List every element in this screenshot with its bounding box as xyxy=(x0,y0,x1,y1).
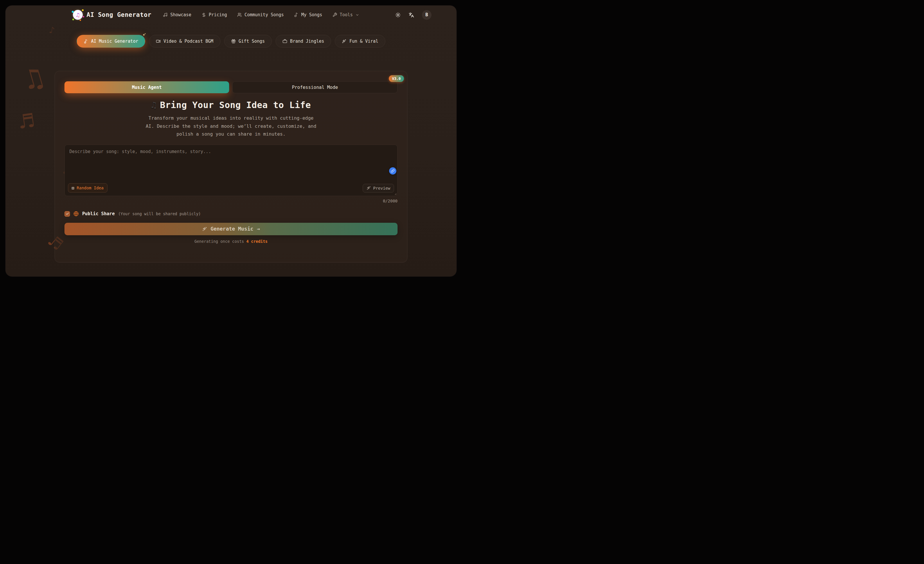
tab-label: Brand Jingles xyxy=(290,39,324,44)
checkmark-icon xyxy=(66,212,69,216)
tab-label: Video & Podcast BGM xyxy=(164,39,213,44)
languages-icon xyxy=(409,12,414,18)
briefcase-icon xyxy=(282,39,287,44)
sparkle-icon xyxy=(142,33,146,37)
tab-ai-music-generator[interactable]: AI Music Generator xyxy=(76,35,145,48)
preview-button[interactable]: Preview xyxy=(363,184,394,192)
nav-item-tools[interactable]: Tools xyxy=(333,12,359,17)
nav-item-pricing[interactable]: Pricing xyxy=(201,12,227,17)
nav-label: Community Songs xyxy=(244,12,284,17)
header-actions: B xyxy=(395,10,432,20)
theme-toggle-button[interactable] xyxy=(395,12,401,18)
brand[interactable]: ♫ AI Song Generator xyxy=(73,10,151,20)
generate-music-button[interactable]: Generate Music → xyxy=(64,223,398,235)
nav-label: My Songs xyxy=(301,12,322,17)
tab-label: Gift Songs xyxy=(239,39,265,44)
tab-label: Fun & Viral xyxy=(350,39,378,44)
link-icon xyxy=(391,169,394,173)
link-widget-button[interactable] xyxy=(389,167,396,174)
video-camera-icon xyxy=(156,39,160,44)
page-title: ♫Bring Your Song Idea to Life xyxy=(55,100,407,110)
music-note-decoration-icon: ♪ xyxy=(48,24,55,36)
sun-icon xyxy=(395,12,401,18)
dollar-icon xyxy=(201,12,206,17)
arrow-right-icon: → xyxy=(257,226,260,232)
nav-label: Pricing xyxy=(209,12,227,17)
music-note-emoji-icon: ♫ xyxy=(151,100,156,110)
main-nav: Showcase Pricing Community Songs My Song… xyxy=(163,12,359,17)
music-note-icon xyxy=(294,12,298,17)
chevron-down-icon xyxy=(356,13,359,17)
app-logo-icon: ♫ xyxy=(73,10,83,20)
app-page: ♫ ♬ ♫ ♬ ♪ ♫ AI Song Generator Showcase P… xyxy=(6,6,456,276)
random-idea-button[interactable]: ⚄ Random Idea xyxy=(68,183,108,192)
wrench-icon xyxy=(333,12,337,17)
tab-gift-songs[interactable]: Gift Songs xyxy=(224,35,272,48)
sparkles-icon xyxy=(342,39,346,44)
gift-icon xyxy=(231,39,236,44)
public-share-label[interactable]: Public Share xyxy=(82,211,115,216)
user-avatar[interactable]: B xyxy=(422,10,432,20)
nav-item-my-songs[interactable]: My Songs xyxy=(294,12,322,17)
nav-label: Showcase xyxy=(170,12,191,17)
tab-music-agent[interactable]: Music Agent xyxy=(64,81,229,93)
music-note-icon xyxy=(84,39,88,44)
tab-fun-viral[interactable]: Fun & Viral xyxy=(335,35,385,48)
nav-label: Tools xyxy=(340,12,353,17)
credits-highlight: 4 credits xyxy=(246,239,267,244)
page-description: Transform your musical ideas into realit… xyxy=(55,114,407,138)
generate-label: Generate Music xyxy=(210,226,254,232)
song-prompt-area: ⚄ Random Idea Preview xyxy=(64,145,398,196)
category-tabs: AI Music Generator Video & Podcast BGM G… xyxy=(6,35,456,48)
resize-handle-icon[interactable] xyxy=(393,192,397,195)
globe-icon xyxy=(74,211,79,216)
top-navigation-bar: ♫ AI Song Generator Showcase Pricing Com… xyxy=(6,6,456,24)
music-note-decoration-icon: ♫ xyxy=(21,61,46,97)
song-generator-card: V3.0 Music Agent Professional Mode ♫Brin… xyxy=(55,71,407,262)
song-description-input[interactable] xyxy=(64,145,398,196)
language-switch-button[interactable] xyxy=(409,12,414,18)
preview-label: Preview xyxy=(373,186,390,190)
nav-item-showcase[interactable]: Showcase xyxy=(163,12,191,17)
tab-video-podcast-bgm[interactable]: Video & Podcast BGM xyxy=(149,35,220,48)
tab-label: AI Music Generator xyxy=(91,39,138,44)
public-share-checkbox[interactable] xyxy=(64,211,70,217)
mode-tabs: Music Agent Professional Mode xyxy=(55,71,407,93)
dice-icon: ⚄ xyxy=(72,185,74,190)
music-notes-icon xyxy=(163,12,168,17)
sparkles-icon xyxy=(202,226,207,231)
public-share-row: Public Share (Your song will be shared p… xyxy=(64,211,407,217)
tab-professional-mode[interactable]: Professional Mode xyxy=(232,81,398,93)
tab-brand-jingles[interactable]: Brand Jingles xyxy=(276,35,331,48)
random-idea-label: Random Idea xyxy=(76,186,104,190)
music-note-decoration-icon: ♬ xyxy=(18,107,35,136)
public-share-hint: (Your song will be shared publicly) xyxy=(118,212,201,216)
app-title: AI Song Generator xyxy=(87,11,151,18)
credits-cost-note: Generating once costs 4 credits xyxy=(55,239,407,244)
version-badge: V3.0 xyxy=(389,75,404,82)
character-counter: 0/2000 xyxy=(55,199,398,203)
users-icon xyxy=(237,12,242,17)
nav-item-community-songs[interactable]: Community Songs xyxy=(237,12,284,17)
sparkles-icon xyxy=(366,186,371,190)
